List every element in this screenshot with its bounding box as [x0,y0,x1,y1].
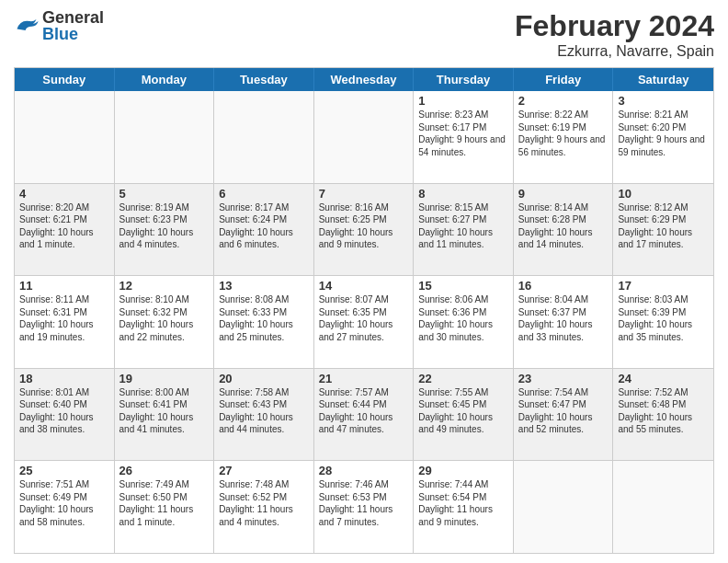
day-number: 13 [219,279,309,293]
header-day-wednesday: Wednesday [314,68,415,91]
day-info: Sunrise: 7:57 AM Sunset: 6:44 PM Dayligh… [319,386,409,436]
day-info: Sunrise: 8:16 AM Sunset: 6:25 PM Dayligh… [319,201,409,251]
day-info: Sunrise: 7:44 AM Sunset: 6:54 PM Dayligh… [418,478,508,528]
logo-text: General Blue [42,9,104,42]
day-number: 3 [618,94,709,108]
day-cell-3: 3Sunrise: 8:21 AM Sunset: 6:20 PM Daylig… [613,91,713,183]
day-cell-23: 23Sunrise: 7:54 AM Sunset: 6:47 PM Dayli… [514,369,614,461]
day-info: Sunrise: 7:58 AM Sunset: 6:43 PM Dayligh… [219,386,309,436]
day-cell-15: 15Sunrise: 8:06 AM Sunset: 6:36 PM Dayli… [414,276,514,368]
empty-cell-4-5 [514,461,614,553]
header-day-tuesday: Tuesday [214,68,314,91]
day-cell-28: 28Sunrise: 7:46 AM Sunset: 6:53 PM Dayli… [314,461,415,553]
day-number: 8 [418,187,508,201]
day-number: 21 [319,372,409,385]
logo-blue-text: Blue [42,26,104,42]
day-number: 2 [518,94,609,108]
day-cell-12: 12Sunrise: 8:10 AM Sunset: 6:32 PM Dayli… [115,276,215,368]
day-cell-18: 18Sunrise: 8:01 AM Sunset: 6:40 PM Dayli… [15,369,115,461]
day-cell-7: 7Sunrise: 8:16 AM Sunset: 6:25 PM Daylig… [314,184,415,276]
day-info: Sunrise: 7:46 AM Sunset: 6:53 PM Dayligh… [319,478,409,528]
day-info: Sunrise: 8:06 AM Sunset: 6:36 PM Dayligh… [418,293,508,343]
day-number: 4 [19,187,109,201]
day-cell-9: 9Sunrise: 8:14 AM Sunset: 6:28 PM Daylig… [514,184,614,276]
calendar-row-4: 25Sunrise: 7:51 AM Sunset: 6:49 PM Dayli… [15,461,713,553]
calendar-row-3: 18Sunrise: 8:01 AM Sunset: 6:40 PM Dayli… [15,369,713,462]
day-info: Sunrise: 8:10 AM Sunset: 6:32 PM Dayligh… [119,293,210,343]
day-number: 11 [19,279,109,293]
day-info: Sunrise: 8:11 AM Sunset: 6:31 PM Dayligh… [19,293,109,343]
day-cell-13: 13Sunrise: 8:08 AM Sunset: 6:33 PM Dayli… [214,276,314,368]
day-cell-5: 5Sunrise: 8:19 AM Sunset: 6:23 PM Daylig… [115,184,215,276]
day-info: Sunrise: 8:19 AM Sunset: 6:23 PM Dayligh… [119,201,210,251]
day-number: 19 [119,372,210,385]
day-number: 16 [518,279,609,293]
day-cell-16: 16Sunrise: 8:04 AM Sunset: 6:37 PM Dayli… [514,276,614,368]
day-number: 15 [418,279,508,293]
empty-cell-0-0 [15,91,115,183]
day-info: Sunrise: 8:03 AM Sunset: 6:39 PM Dayligh… [618,293,709,343]
day-number: 14 [319,279,409,293]
day-info: Sunrise: 8:20 AM Sunset: 6:21 PM Dayligh… [19,201,109,251]
day-number: 17 [618,279,709,293]
day-info: Sunrise: 7:49 AM Sunset: 6:50 PM Dayligh… [119,478,210,528]
day-cell-11: 11Sunrise: 8:11 AM Sunset: 6:31 PM Dayli… [15,276,115,368]
day-info: Sunrise: 8:17 AM Sunset: 6:24 PM Dayligh… [219,201,309,251]
day-number: 28 [319,464,409,477]
day-number: 22 [418,372,508,385]
day-number: 10 [618,187,709,201]
calendar-body: 1Sunrise: 8:23 AM Sunset: 6:17 PM Daylig… [15,91,713,553]
calendar-header: SundayMondayTuesdayWednesdayThursdayFrid… [15,68,713,91]
day-info: Sunrise: 7:52 AM Sunset: 6:48 PM Dayligh… [618,386,709,436]
title-block: February 2024 Ezkurra, Navarre, Spain [515,9,714,60]
calendar: SundayMondayTuesdayWednesdayThursdayFrid… [14,67,714,554]
logo-icon [14,16,40,36]
page: General Blue February 2024 Ezkurra, Nava… [0,0,728,563]
day-number: 6 [219,187,309,201]
day-number: 27 [219,464,309,477]
day-cell-10: 10Sunrise: 8:12 AM Sunset: 6:29 PM Dayli… [613,184,713,276]
day-number: 9 [518,187,609,201]
day-info: Sunrise: 7:51 AM Sunset: 6:49 PM Dayligh… [19,478,109,528]
day-info: Sunrise: 8:23 AM Sunset: 6:17 PM Dayligh… [418,109,508,158]
day-cell-22: 22Sunrise: 7:55 AM Sunset: 6:45 PM Dayli… [414,369,514,461]
month-year: February 2024 [515,9,714,43]
day-info: Sunrise: 8:15 AM Sunset: 6:27 PM Dayligh… [418,201,508,251]
day-info: Sunrise: 8:21 AM Sunset: 6:20 PM Dayligh… [618,109,709,158]
day-cell-20: 20Sunrise: 7:58 AM Sunset: 6:43 PM Dayli… [214,369,314,461]
day-info: Sunrise: 7:55 AM Sunset: 6:45 PM Dayligh… [418,386,508,436]
day-cell-4: 4Sunrise: 8:20 AM Sunset: 6:21 PM Daylig… [15,184,115,276]
day-info: Sunrise: 8:14 AM Sunset: 6:28 PM Dayligh… [518,201,609,251]
day-cell-29: 29Sunrise: 7:44 AM Sunset: 6:54 PM Dayli… [414,461,514,553]
header-day-monday: Monday [115,68,215,91]
day-number: 24 [618,372,709,385]
day-cell-6: 6Sunrise: 8:17 AM Sunset: 6:24 PM Daylig… [214,184,314,276]
day-cell-17: 17Sunrise: 8:03 AM Sunset: 6:39 PM Dayli… [613,276,713,368]
day-cell-25: 25Sunrise: 7:51 AM Sunset: 6:49 PM Dayli… [15,461,115,553]
empty-cell-0-1 [115,91,215,183]
header: General Blue February 2024 Ezkurra, Nava… [14,9,714,60]
day-cell-24: 24Sunrise: 7:52 AM Sunset: 6:48 PM Dayli… [613,369,713,461]
day-cell-26: 26Sunrise: 7:49 AM Sunset: 6:50 PM Dayli… [115,461,215,553]
header-day-saturday: Saturday [613,68,713,91]
day-cell-14: 14Sunrise: 8:07 AM Sunset: 6:35 PM Dayli… [314,276,415,368]
day-info: Sunrise: 8:00 AM Sunset: 6:41 PM Dayligh… [119,386,210,436]
day-number: 12 [119,279,210,293]
logo: General Blue [14,9,104,42]
day-info: Sunrise: 8:22 AM Sunset: 6:19 PM Dayligh… [518,109,609,158]
day-info: Sunrise: 8:08 AM Sunset: 6:33 PM Dayligh… [219,293,309,343]
calendar-row-2: 11Sunrise: 8:11 AM Sunset: 6:31 PM Dayli… [15,276,713,369]
day-info: Sunrise: 8:04 AM Sunset: 6:37 PM Dayligh… [518,293,609,343]
header-day-friday: Friday [514,68,614,91]
day-cell-2: 2Sunrise: 8:22 AM Sunset: 6:19 PM Daylig… [514,91,614,183]
empty-cell-4-6 [613,461,713,553]
calendar-row-1: 4Sunrise: 8:20 AM Sunset: 6:21 PM Daylig… [15,184,713,277]
day-info: Sunrise: 7:54 AM Sunset: 6:47 PM Dayligh… [518,386,609,436]
day-number: 18 [19,372,109,385]
day-info: Sunrise: 7:48 AM Sunset: 6:52 PM Dayligh… [219,478,309,528]
day-number: 26 [119,464,210,477]
day-info: Sunrise: 8:07 AM Sunset: 6:35 PM Dayligh… [319,293,409,343]
day-number: 1 [418,94,508,108]
day-number: 5 [119,187,210,201]
day-number: 25 [19,464,109,477]
